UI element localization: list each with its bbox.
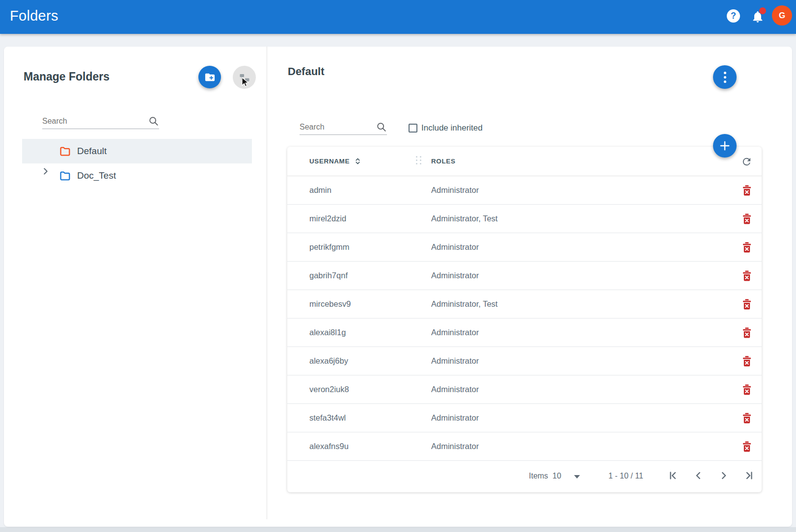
trash-x-icon: [742, 441, 752, 452]
first-page-button[interactable]: [667, 470, 679, 481]
page-title: Folders: [10, 8, 58, 24]
dropdown-caret-icon[interactable]: [574, 475, 580, 479]
help-button[interactable]: ?: [727, 9, 740, 23]
add-user-button[interactable]: [713, 134, 737, 158]
expand-chevron-icon[interactable]: [40, 166, 51, 177]
folder-item-default[interactable]: Default: [22, 139, 252, 163]
trash-x-icon: [742, 242, 752, 253]
folder-plus-icon: [204, 72, 216, 83]
table-row: stefa3t4wl Administrator: [287, 404, 762, 432]
folder-item-doctest[interactable]: Doc_Test: [22, 163, 252, 188]
folder-label: Default: [77, 146, 107, 157]
chevron-right-icon: [718, 470, 730, 481]
column-header-username[interactable]: USERNAME: [309, 158, 361, 165]
delete-user-button[interactable]: [742, 185, 752, 196]
user-search-input[interactable]: [300, 121, 387, 135]
delete-user-button[interactable]: [742, 356, 752, 367]
last-page-button[interactable]: [743, 470, 755, 481]
folder-options-button[interactable]: [713, 65, 737, 89]
table-row: alexafns9u Administrator: [287, 432, 762, 461]
table-header: USERNAME ROLES: [287, 147, 762, 176]
user-search: [300, 121, 387, 135]
folder-icon: [59, 145, 71, 158]
delete-user-button[interactable]: [742, 327, 752, 338]
add-folder-button[interactable]: [198, 66, 221, 88]
table-row: alexa6j6by Administrator: [287, 347, 762, 375]
delete-user-button[interactable]: [742, 242, 752, 253]
username-cell: admin: [309, 186, 331, 195]
help-icon: ?: [731, 11, 736, 21]
folder-icon: [59, 170, 71, 182]
trash-x-icon: [742, 384, 752, 395]
refresh-button[interactable]: [741, 156, 752, 167]
page-range: 1 - 10 / 11: [608, 472, 643, 480]
next-page-button[interactable]: [718, 470, 730, 481]
column-header-roles: ROLES: [431, 158, 456, 165]
chevron-left-icon: [692, 470, 704, 481]
username-cell: gabrih7qnf: [309, 271, 348, 280]
table-row: veron2iuk8 Administrator: [287, 375, 762, 404]
column-drag-handle-icon[interactable]: [416, 156, 421, 167]
username-cell: alexafns9u: [309, 442, 349, 451]
trash-x-icon: [742, 270, 752, 281]
include-inherited-checkbox[interactable]: [409, 124, 417, 133]
username-cell: alexa6j6by: [309, 356, 348, 366]
roles-cell: Administrator: [431, 328, 479, 337]
kebab-menu-icon: [724, 72, 726, 74]
notification-badge: [759, 7, 766, 14]
delete-user-button[interactable]: [742, 384, 752, 395]
sort-icon: [354, 158, 361, 165]
username-cell: veron2iuk8: [309, 385, 349, 394]
trash-x-icon: [742, 213, 752, 224]
app-header: Folders ? G: [0, 0, 796, 34]
delete-user-button[interactable]: [742, 441, 752, 452]
delete-user-button[interactable]: [742, 299, 752, 310]
avatar[interactable]: G: [772, 5, 792, 26]
folder-search: [42, 115, 159, 129]
roles-cell: Administrator: [431, 413, 479, 423]
roles-cell: Administrator: [431, 356, 479, 366]
roles-cell: Administrator: [431, 271, 479, 280]
roles-cell: Administrator, Test: [431, 214, 497, 223]
page-size-select[interactable]: 10: [552, 472, 561, 480]
selected-folder-title: Default: [288, 65, 325, 78]
folder-tree-view-button[interactable]: [233, 66, 256, 89]
users-table: USERNAME ROLES admin Administrator: [287, 147, 762, 492]
table-row: admin Administrator: [287, 176, 762, 205]
username-cell: mircebesv9: [309, 299, 351, 309]
table-row: gabrih7qnf Administrator: [287, 262, 762, 290]
previous-page-button[interactable]: [692, 470, 704, 481]
table-row: alexai8l1g Administrator: [287, 319, 762, 347]
table-row: mirel2dzid Administrator, Test: [287, 205, 762, 233]
folder-search-input[interactable]: [42, 115, 159, 129]
username-cell: petrikfgmm: [309, 242, 350, 252]
delete-user-button[interactable]: [742, 213, 752, 224]
refresh-icon: [741, 156, 752, 167]
search-icon: [148, 116, 159, 127]
roles-cell: Administrator: [431, 242, 479, 252]
table-row: mircebesv9 Administrator, Test: [287, 290, 762, 319]
username-cell: stefa3t4wl: [309, 413, 346, 423]
manage-folders-title: Manage Folders: [24, 70, 110, 83]
items-label: Items: [529, 472, 548, 480]
username-cell: alexai8l1g: [309, 328, 346, 337]
first-page-icon: [667, 470, 679, 481]
trash-x-icon: [742, 299, 752, 310]
hierarchy-icon: [239, 72, 250, 83]
trash-x-icon: [742, 356, 752, 367]
trash-x-icon: [742, 327, 752, 338]
delete-user-button[interactable]: [742, 270, 752, 281]
plus-icon: [718, 139, 731, 152]
folder-label: Doc_Test: [77, 170, 116, 181]
pagination-bar: Items 10 1 - 10 / 11: [287, 461, 762, 492]
search-icon: [376, 122, 387, 133]
username-cell: mirel2dzid: [309, 214, 346, 223]
include-inherited-label: Include inherited: [421, 123, 483, 133]
last-page-icon: [743, 470, 755, 481]
delete-user-button[interactable]: [742, 413, 752, 424]
roles-cell: Administrator: [431, 186, 479, 195]
roles-cell: Administrator: [431, 385, 479, 394]
page-bottom-strip: [0, 527, 796, 532]
trash-x-icon: [742, 185, 752, 196]
panel-divider: [267, 47, 267, 519]
